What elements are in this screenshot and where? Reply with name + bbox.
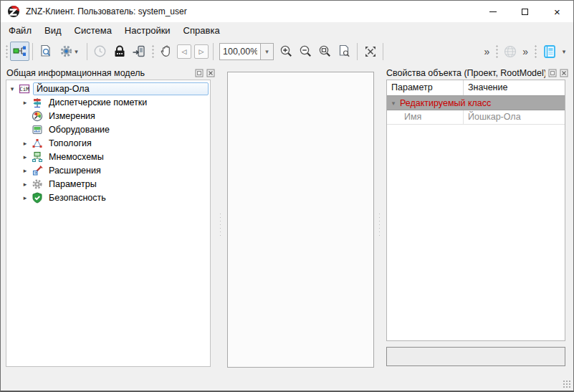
menu-system[interactable]: Система: [68, 24, 118, 37]
tree-collapsed-arrow-icon[interactable]: ▸: [19, 140, 31, 147]
help-book-button[interactable]: [539, 42, 560, 61]
group-collapse-icon[interactable]: ▾: [387, 100, 400, 107]
svg-text:CiM: CiM: [19, 86, 29, 92]
menu-view[interactable]: Вид: [38, 24, 68, 37]
help-dropdown-icon[interactable]: ▾: [560, 48, 568, 55]
expand-arrows-icon: [364, 45, 377, 58]
tree-item-label: Топология: [46, 138, 210, 149]
toolbar-grip[interactable]: [533, 44, 537, 59]
maximize-button[interactable]: [509, 1, 541, 22]
splitter-left[interactable]: [218, 211, 221, 236]
resize-grip[interactable]: [563, 380, 571, 388]
tree-collapsed-arrow-icon[interactable]: ▸: [19, 194, 31, 201]
menu-help[interactable]: Справка: [177, 24, 226, 37]
toolbar-overflow-button[interactable]: »: [520, 46, 531, 57]
toolbar: ▾: [1, 38, 573, 64]
maximize-icon: [522, 9, 528, 15]
diagram-area: [220, 64, 379, 391]
mnemoscheme-icon: [31, 151, 43, 163]
zoom-region-button[interactable]: [315, 42, 335, 61]
toolbar-grip[interactable]: [4, 44, 8, 59]
history-clock-button[interactable]: [90, 42, 110, 61]
toolbar-overflow-button[interactable]: »: [481, 46, 492, 57]
minimize-button[interactable]: [477, 1, 509, 22]
close-panel-icon: [560, 69, 568, 77]
zoom-combo: ▾: [219, 43, 274, 60]
property-group-label: Редактируемый класс: [400, 98, 491, 108]
settings-dropdown-icon[interactable]: ▾: [73, 48, 80, 55]
zoom-input[interactable]: [220, 44, 260, 59]
model-panel: Общая информационная модель ▾CiMЙошкар-О…: [1, 64, 220, 391]
globe-button[interactable]: [500, 42, 520, 61]
toolbar-separator: [213, 43, 214, 60]
security-icon: [31, 192, 43, 204]
float-panel-button[interactable]: [194, 68, 204, 77]
extensions-icon: [31, 165, 43, 176]
lock-button[interactable]: [110, 42, 129, 61]
properties-panel: Свойства объекта (Проект, RootModel): [379, 64, 573, 391]
gear-icon: [59, 44, 73, 58]
pan-hand-button[interactable]: [156, 42, 176, 61]
zoom-out-button[interactable]: [296, 42, 315, 61]
menu-file[interactable]: Файл: [2, 24, 38, 37]
zoom-in-button[interactable]: [277, 42, 296, 61]
tree-collapsed-arrow-icon[interactable]: ▸: [19, 99, 31, 106]
tree-expanded-arrow-icon[interactable]: ▾: [6, 85, 18, 92]
zoom-dropdown-button[interactable]: ▾: [260, 44, 273, 59]
close-panel-button[interactable]: [206, 68, 215, 77]
tree-item-cim[interactable]: ▾CiMЙошкар-Ола: [6, 82, 210, 95]
tree-item-extensions[interactable]: ▸Расширения: [6, 163, 210, 177]
cim-icon: CiM: [18, 83, 30, 95]
toolbar-separator: [87, 43, 87, 60]
minimize-icon: [489, 11, 497, 12]
diagram-canvas[interactable]: [227, 72, 374, 368]
main-area: Общая информационная модель ▾CiMЙошкар-О…: [1, 64, 573, 391]
float-panel-button[interactable]: [547, 68, 557, 77]
float-icon: [195, 69, 204, 77]
zoom-in-icon: [279, 44, 293, 58]
properties-panel-title: Свойства объекта (Проект, RootModel): [386, 68, 545, 78]
tree-item-parameters[interactable]: ▸Параметры: [6, 177, 210, 191]
tree-item-label: Йошкар-Ола: [33, 82, 209, 95]
tree-item-mnemoscheme[interactable]: ▸Мнемосхемы: [6, 150, 210, 163]
toolbar-grip[interactable]: [494, 44, 498, 59]
tree-item-equipment[interactable]: Оборудование: [6, 123, 210, 136]
close-panel-icon: [206, 69, 215, 77]
tree-collapsed-arrow-icon[interactable]: ▸: [19, 167, 31, 174]
property-table-header: Параметр Значение: [387, 80, 565, 96]
toolbar-grip[interactable]: [150, 44, 154, 59]
fit-page-button[interactable]: [335, 42, 354, 61]
column-header-param[interactable]: Параметр: [387, 80, 464, 95]
tree-item-topology[interactable]: ▸Топология: [6, 136, 210, 150]
column-header-value[interactable]: Значение: [464, 80, 507, 95]
settings-button[interactable]: ▾: [55, 42, 84, 61]
print-preview-button[interactable]: [36, 42, 55, 61]
tree-collapsed-arrow-icon[interactable]: ▸: [19, 181, 31, 188]
tree-item-security[interactable]: ▸Безопасность: [6, 191, 210, 204]
model-panel-header: Общая информационная модель: [1, 64, 220, 80]
model-view-button[interactable]: [10, 42, 29, 61]
property-row[interactable]: ИмяЙошкар-Ола: [387, 110, 565, 125]
close-button[interactable]: ×: [541, 1, 573, 22]
menu-settings[interactable]: Настройки: [118, 24, 177, 37]
description-box: [386, 347, 565, 366]
tree-collapsed-arrow-icon[interactable]: ▸: [19, 153, 31, 161]
app-window: ZNZ-Клиент. Пользователь: system_user × …: [0, 0, 574, 392]
nav-forward-button[interactable]: ▷: [194, 44, 209, 59]
fit-window-button[interactable]: [360, 42, 380, 61]
nav-back-button[interactable]: ◁: [177, 44, 191, 59]
tree-item-signpost[interactable]: ▸Диспетчерские пометки: [6, 95, 210, 109]
zoom-region-icon: [318, 44, 332, 58]
property-value[interactable]: Йошкар-Ола: [464, 110, 565, 124]
tree-item-gauge[interactable]: Измерения: [6, 109, 210, 123]
close-panel-button[interactable]: [559, 68, 568, 77]
tree-item-label: Параметры: [46, 178, 210, 190]
logout-button[interactable]: [129, 42, 148, 61]
back-arrow-icon: ◁: [182, 48, 187, 55]
property-group-row[interactable]: ▾ Редактируемый класс: [387, 96, 565, 110]
titlebar: ZNZ-Клиент. Пользователь: system_user ×: [1, 1, 573, 22]
toolbar-separator: [357, 43, 358, 60]
property-param: Имя: [387, 110, 464, 124]
toolbar-separator: [32, 43, 33, 60]
hand-icon: [160, 44, 173, 58]
